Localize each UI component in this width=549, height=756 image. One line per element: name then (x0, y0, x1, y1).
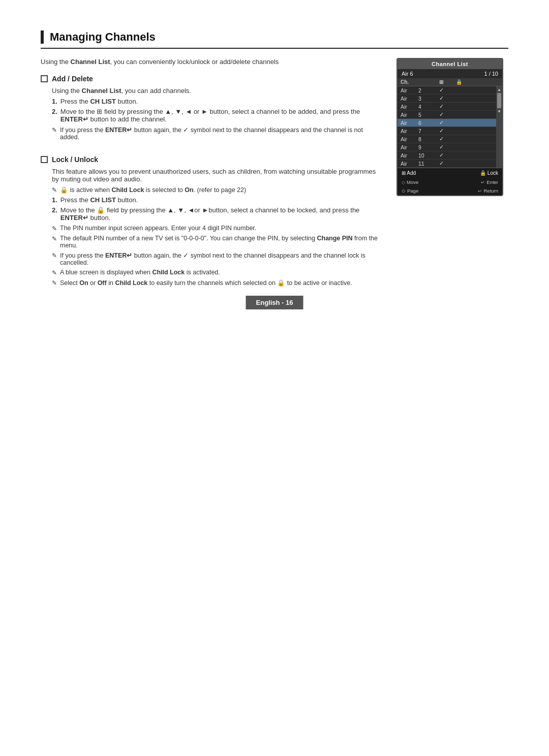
channel-row[interactable]: Air 7 ✓ (398, 127, 496, 135)
left-column: Using the Channel List, you can convenie… (41, 58, 381, 289)
nav-move: ◇ Move (402, 179, 418, 185)
channel-rows-list: Air 2 ✓ Air 3 ✓ Air (398, 86, 496, 168)
panel-footer-buttons: ⊞ Add 🔒 Lock (398, 168, 502, 178)
lock-unlock-steps: 1. Press the CH LIST button. 2. Move to … (52, 196, 381, 222)
footer-add-button[interactable]: ⊞ Add (402, 170, 416, 176)
panel-col-headers: Ch. ⊞ 🔒 (398, 78, 502, 86)
page-info: 1 / 10 (484, 71, 498, 77)
channel-row[interactable]: Air 4 ✓ (398, 103, 496, 111)
add-delete-steps: 1. Press the CH LIST button. 2. Move to … (52, 98, 381, 123)
panel-scrollbar[interactable]: ▲ ▼ (496, 86, 502, 168)
panel-nav-row-2: ⊙ Page ↩ Return (398, 186, 502, 195)
note-icon-4: ✎ (52, 235, 57, 249)
page-title: Managing Channels (50, 30, 156, 44)
main-content: Using the Channel List, you can convenie… (41, 58, 508, 289)
checkbox-icon-lock (41, 156, 48, 163)
nav-enter: ↵ Enter (481, 179, 498, 185)
lock-unlock-title: Lock / Unlock (52, 155, 98, 164)
col-header-lock: 🔒 (451, 79, 467, 85)
note-icon-2: ✎ (52, 186, 57, 194)
note-icon-3: ✎ (52, 225, 57, 232)
page-number-box: English - 16 (246, 296, 303, 309)
air-label: Air 6 (402, 71, 413, 77)
note-icon-6: ✎ (52, 269, 57, 276)
note-icon: ✎ (52, 127, 57, 141)
scroll-up-arrow[interactable]: ▲ (497, 87, 501, 92)
scroll-thumb[interactable] (497, 93, 501, 108)
nav-page: ⊙ Page (402, 188, 418, 194)
lock-unlock-body: This feature allows you to prevent unaut… (52, 168, 381, 183)
page-footer: English - 16 (246, 296, 303, 309)
scroll-down-arrow[interactable]: ▼ (497, 109, 501, 114)
right-column: Channel List Air 6 1 / 10 Ch. ⊞ 🔒 (396, 58, 508, 289)
note-lock-2: ✎ The default PIN number of a new TV set… (52, 235, 381, 249)
note-add-1: ✎ If you press the ENTER↵ button again, … (52, 126, 381, 141)
channel-row[interactable]: Air 3 ✓ (398, 94, 496, 103)
channel-row[interactable]: Air 9 ✓ (398, 143, 496, 151)
col-header-scroll (467, 79, 473, 85)
lock-unlock-heading: Lock / Unlock (41, 155, 381, 164)
step-1-add: 1. Press the CH LIST button. (52, 98, 381, 105)
channel-row-selected[interactable]: Air 6 ✓ (398, 119, 496, 127)
title-block: Managing Channels (41, 30, 508, 49)
note-icon-5: ✎ (52, 252, 57, 266)
intro-text: Using the Channel List, you can convenie… (41, 58, 381, 66)
step-2-add: 2. Move to the ⊞ field by pressing the ▲… (52, 108, 381, 123)
channel-rows-wrapper: Air 2 ✓ Air 3 ✓ Air (398, 86, 502, 168)
nav-return: ↩ Return (478, 188, 498, 194)
channel-row[interactable]: Air 11 ✓ (398, 160, 496, 168)
add-delete-title: Add / Delete (52, 75, 93, 83)
panel-header: Channel List (398, 59, 502, 69)
step-2-lock: 2. Move to the 🔒 field by pressing the ▲… (52, 206, 381, 222)
note-icon-7: ✎ (52, 279, 57, 287)
note-lock-4: ✎ A blue screen is displayed when Child … (52, 269, 381, 276)
channel-row[interactable]: Air 2 ✓ (398, 86, 496, 94)
note-lock-3: ✎ If you press the ENTER↵ button again, … (52, 251, 381, 266)
step-1-lock: 1. Press the CH LIST button. (52, 196, 381, 204)
col-header-add: ⊞ (431, 79, 451, 85)
checkbox-icon-add (41, 75, 48, 82)
note-lock-pre-1: ✎ 🔒 is active when Child Lock is selecte… (52, 186, 381, 194)
footer-lock-button[interactable]: 🔒 Lock (480, 170, 498, 176)
note-lock-5: ✎ Select On or Off in Child Lock to easi… (52, 279, 381, 287)
channel-row[interactable]: Air 10 ✓ (398, 151, 496, 160)
channel-row[interactable]: Air 8 ✓ (398, 135, 496, 143)
col-header-ch: Ch. (401, 79, 431, 85)
channel-list-panel: Channel List Air 6 1 / 10 Ch. ⊞ 🔒 (396, 58, 503, 196)
add-delete-heading: Add / Delete (41, 75, 381, 83)
title-bar-decoration (41, 30, 44, 44)
add-delete-body: Using the Channel List, you can add chan… (52, 87, 381, 94)
channel-row[interactable]: Air 5 ✓ (398, 111, 496, 119)
panel-air-row: Air 6 1 / 10 (398, 69, 502, 78)
note-lock-1: ✎ The PIN number input screen appears. E… (52, 225, 381, 232)
panel-nav-row-1: ◇ Move ↵ Enter (398, 178, 502, 186)
page: Managing Channels Using the Channel List… (0, 0, 549, 330)
